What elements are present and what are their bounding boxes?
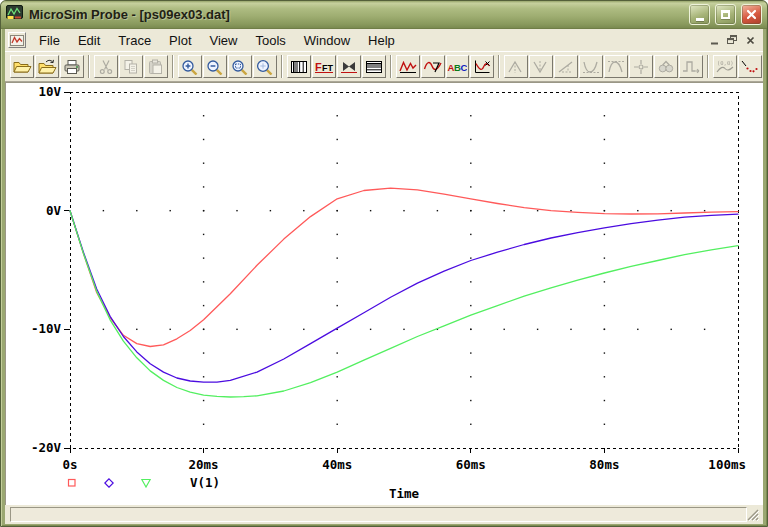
svg-text:40ms: 40ms xyxy=(322,457,352,472)
menu-window[interactable]: Window xyxy=(295,31,359,50)
close-button[interactable] xyxy=(741,4,762,25)
zoom-area-icon xyxy=(230,59,250,75)
paste-icon xyxy=(146,59,166,75)
svg-text:C: C xyxy=(461,62,468,73)
log-y-axis-icon xyxy=(364,59,384,75)
toolbar-separator xyxy=(172,55,174,78)
log-x-axis-button[interactable] xyxy=(287,55,311,78)
triangle-down-marker-icon[interactable] xyxy=(141,478,151,488)
toggle-cursor-icon xyxy=(472,59,492,75)
zoom-out-button[interactable] xyxy=(203,55,227,78)
svg-text:F: F xyxy=(315,61,322,73)
cut-button[interactable] xyxy=(94,55,118,78)
toolbar-separator xyxy=(707,55,709,78)
print-icon xyxy=(62,59,82,75)
status-message-panel xyxy=(10,507,747,522)
cursor-point-button[interactable] xyxy=(629,55,653,78)
cursor-trough-icon xyxy=(531,59,551,75)
mark-data-points-button[interactable] xyxy=(738,55,762,78)
log-y-axis-button[interactable] xyxy=(362,55,386,78)
menu-edit[interactable]: Edit xyxy=(69,31,109,50)
svg-text:-20V: -20V xyxy=(31,440,62,455)
square-marker-icon[interactable] xyxy=(67,478,77,488)
menu-file[interactable]: File xyxy=(30,31,69,50)
zoom-out-icon xyxy=(205,59,225,75)
cursor-peak-button[interactable] xyxy=(504,55,528,78)
cursor-search-icon xyxy=(656,59,676,75)
svg-text:-10V: -10V xyxy=(31,321,62,336)
mdi-close-button[interactable] xyxy=(742,33,759,48)
mdi-restore-icon xyxy=(727,35,738,45)
svg-text:FT: FT xyxy=(322,63,333,73)
open-button[interactable] xyxy=(10,55,34,78)
cursor-min-button[interactable] xyxy=(579,55,603,78)
copy-button[interactable] xyxy=(119,55,143,78)
label-coordinates-button[interactable]: (0,0) xyxy=(713,55,737,78)
maximize-button[interactable] xyxy=(715,4,736,25)
eval-goal-function-icon xyxy=(423,59,443,75)
performance-analysis-button[interactable] xyxy=(337,55,361,78)
open-append-button[interactable] xyxy=(35,55,59,78)
open-append-icon xyxy=(37,59,57,75)
cursor-transition-icon xyxy=(681,59,701,75)
add-trace-icon xyxy=(398,59,418,75)
toolbar-separator xyxy=(281,55,283,78)
mark-data-points-icon xyxy=(740,59,760,75)
app-icon xyxy=(6,5,24,25)
zoom-fit-icon xyxy=(255,59,275,75)
svg-text:(0,0): (0,0) xyxy=(717,60,734,66)
cursor-transition-button[interactable] xyxy=(679,55,703,78)
zoom-in-icon xyxy=(180,59,200,75)
cursor-trough-button[interactable] xyxy=(529,55,553,78)
fourier-button[interactable]: F FT xyxy=(312,55,336,78)
menu-tools[interactable]: Tools xyxy=(246,31,294,50)
zoom-in-button[interactable] xyxy=(178,55,202,78)
cursor-slope-button[interactable] xyxy=(554,55,578,78)
menu-view[interactable]: View xyxy=(201,31,247,50)
add-trace-button[interactable] xyxy=(396,55,420,78)
zoom-area-button[interactable] xyxy=(228,55,252,78)
mdi-document-button[interactable] xyxy=(8,32,26,48)
menu-help[interactable]: Help xyxy=(359,31,404,50)
performance-analysis-icon xyxy=(339,59,359,75)
menu-plot[interactable]: Plot xyxy=(160,31,200,50)
toolbar-separator xyxy=(390,55,392,78)
mdi-restore-button[interactable] xyxy=(724,33,741,48)
trace-legend: V(1) xyxy=(67,475,220,490)
titlebar[interactable]: MicroSim Probe - [ps09ex03.dat] xyxy=(1,1,767,29)
diamond-marker-icon[interactable] xyxy=(104,478,114,488)
cursor-max-icon xyxy=(606,59,626,75)
fourier-icon: F FT xyxy=(314,59,334,75)
probe-document-icon xyxy=(10,35,24,46)
cursor-max-button[interactable] xyxy=(604,55,628,78)
zoom-fit-button[interactable] xyxy=(253,55,277,78)
svg-text:10V: 10V xyxy=(38,84,61,99)
svg-text:80ms: 80ms xyxy=(589,457,619,472)
menu-trace[interactable]: Trace xyxy=(109,31,160,50)
insert-text-label-button[interactable]: A B C xyxy=(446,55,470,78)
toolbar-separator xyxy=(498,55,500,78)
plot-client-area: 0s20ms40ms60ms80ms100ms10V0V-10V-20V V(1… xyxy=(5,82,763,505)
maximize-icon xyxy=(721,10,730,19)
toolbar-separator xyxy=(88,55,90,78)
statusbar xyxy=(5,505,763,524)
svg-text:0V: 0V xyxy=(46,203,62,218)
cursor-point-icon xyxy=(631,59,651,75)
resize-grip[interactable] xyxy=(747,509,759,521)
print-button[interactable] xyxy=(60,55,84,78)
mdi-minimize-icon xyxy=(710,36,719,45)
eval-goal-function-button[interactable] xyxy=(421,55,445,78)
toolbar: F FT xyxy=(5,51,763,82)
minimize-button[interactable] xyxy=(689,4,710,25)
x-axis-title: Time xyxy=(389,486,419,501)
log-x-axis-icon xyxy=(289,59,309,75)
plot-canvas[interactable]: 0s20ms40ms60ms80ms100ms10V0V-10V-20V xyxy=(5,82,763,505)
trace-name-label[interactable]: V(1) xyxy=(190,475,220,490)
svg-text:20ms: 20ms xyxy=(189,457,219,472)
paste-button[interactable] xyxy=(144,55,168,78)
close-icon xyxy=(746,9,757,20)
mdi-minimize-button[interactable] xyxy=(706,33,723,48)
svg-text:100ms: 100ms xyxy=(708,457,746,472)
cursor-search-button[interactable] xyxy=(654,55,678,78)
toggle-cursor-button[interactable] xyxy=(470,55,494,78)
